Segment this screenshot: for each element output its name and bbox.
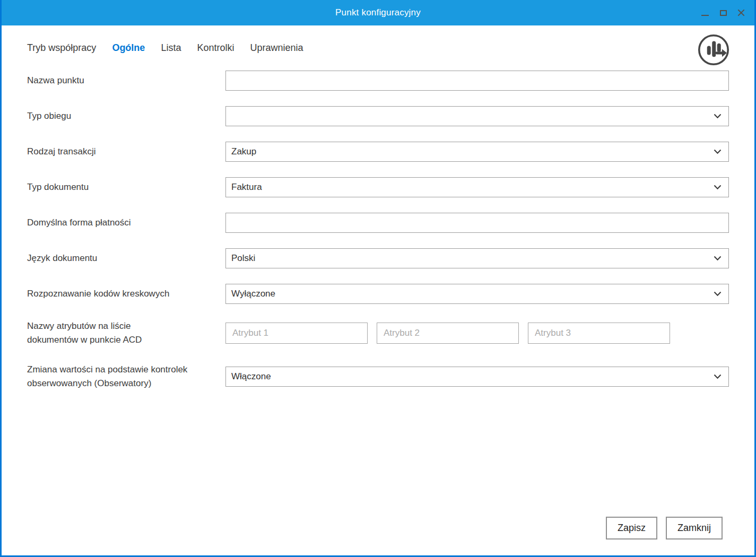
typ-obiegu-label: Typ obiegu [27, 109, 225, 123]
rodzaj-transakcji-label: Rodzaj transakcji [27, 145, 225, 159]
configuration-form: Nazwa punktu Typ obiegu Rodzaj transakcj… [27, 71, 729, 390]
tab-bar: Tryb współpracy Ogólne Lista Kontrolki U… [27, 42, 729, 54]
rozpoznawanie-kodow-dropdown[interactable]: Wyłączone [225, 284, 729, 304]
chevron-down-icon [714, 375, 722, 379]
jezyk-dokumentu-value: Polski [231, 253, 255, 264]
chevron-down-icon [714, 292, 722, 297]
form-row-rodzaj-transakcji: Rodzaj transakcji Zakup [27, 142, 729, 162]
minimize-icon [701, 15, 709, 16]
form-row-rozpoznawanie-kodow: Rozpoznawanie kodów kreskowych Wyłączone [27, 284, 729, 304]
tab-tryb-wspolpracy[interactable]: Tryb współpracy [27, 42, 96, 54]
rozpoznawanie-kodow-value: Wyłączone [231, 289, 275, 299]
jezyk-dokumentu-dropdown[interactable]: Polski [225, 248, 729, 268]
maximize-icon [720, 10, 727, 16]
typ-dokumentu-value: Faktura [231, 182, 262, 193]
nazwy-atrybutow-label: Nazwy atrybutów na liście dokumentów w p… [27, 319, 160, 347]
atrybut-3-input[interactable] [528, 323, 670, 344]
titlebar[interactable]: Punkt konfiguracyjny [2, 0, 754, 25]
flow-icon-button[interactable] [697, 33, 731, 67]
domyslna-forma-platnosci-label: Domyślna forma płatności [27, 216, 225, 230]
window-controls [696, 0, 750, 25]
dialog-content: Tryb współpracy Ogólne Lista Kontrolki U… [2, 25, 754, 390]
atrybut-1-input[interactable] [225, 323, 368, 344]
obserwatory-value: Włączone [231, 371, 271, 382]
rozpoznawanie-kodow-label: Rozpoznawanie kodów kreskowych [27, 287, 225, 301]
close-dialog-button[interactable]: Zamknij [666, 517, 723, 539]
close-button[interactable] [732, 4, 750, 22]
dialog-footer: Zapisz Zamknij [606, 517, 723, 539]
chevron-down-icon [714, 256, 722, 261]
typ-obiegu-dropdown[interactable] [225, 106, 729, 126]
form-row-domyslna-forma-platnosci: Domyślna forma płatności [27, 213, 729, 233]
close-icon [737, 8, 745, 17]
chevron-down-icon [714, 150, 722, 154]
nazwa-punktu-label: Nazwa punktu [27, 74, 225, 88]
jezyk-dokumentu-label: Język dokumentu [27, 251, 225, 265]
dialog-window: Punkt konfiguracyjny Tryb współpracy Ogó… [0, 0, 756, 557]
typ-dokumentu-dropdown[interactable]: Faktura [225, 177, 729, 197]
chevron-down-icon [714, 185, 722, 190]
tab-ogolne[interactable]: Ogólne [112, 42, 145, 54]
window-title: Punkt konfiguracyjny [335, 7, 421, 18]
form-row-typ-dokumentu: Typ dokumentu Faktura [27, 177, 729, 197]
tab-uprawnienia[interactable]: Uprawnienia [250, 42, 303, 54]
form-row-typ-obiegu: Typ obiegu [27, 106, 729, 126]
rodzaj-transakcji-value: Zakup [231, 146, 256, 157]
save-button[interactable]: Zapisz [606, 517, 657, 539]
typ-dokumentu-label: Typ dokumentu [27, 180, 225, 194]
atrybut-2-input[interactable] [377, 323, 519, 344]
tab-kontrolki[interactable]: Kontrolki [197, 42, 234, 54]
rodzaj-transakcji-dropdown[interactable]: Zakup [225, 142, 729, 162]
form-row-obserwatory: Zmiana wartości na podstawie kontrolek o… [27, 363, 729, 391]
form-row-jezyk-dokumentu: Język dokumentu Polski [27, 248, 729, 268]
nazwa-punktu-input[interactable] [225, 71, 729, 91]
obserwatory-label: Zmiana wartości na podstawie kontrolek o… [27, 363, 225, 391]
obserwatory-dropdown[interactable]: Włączone [225, 367, 729, 387]
attribute-inputs-group [225, 323, 729, 344]
maximize-button[interactable] [714, 4, 732, 22]
domyslna-forma-platnosci-input[interactable] [225, 213, 729, 233]
minimize-button[interactable] [696, 4, 714, 22]
form-row-nazwa-punktu: Nazwa punktu [27, 71, 729, 91]
flow-arrow-icon [697, 33, 731, 67]
tab-lista[interactable]: Lista [161, 42, 181, 54]
form-row-nazwy-atrybutow: Nazwy atrybutów na liście dokumentów w p… [27, 319, 729, 347]
chevron-down-icon [714, 114, 722, 119]
